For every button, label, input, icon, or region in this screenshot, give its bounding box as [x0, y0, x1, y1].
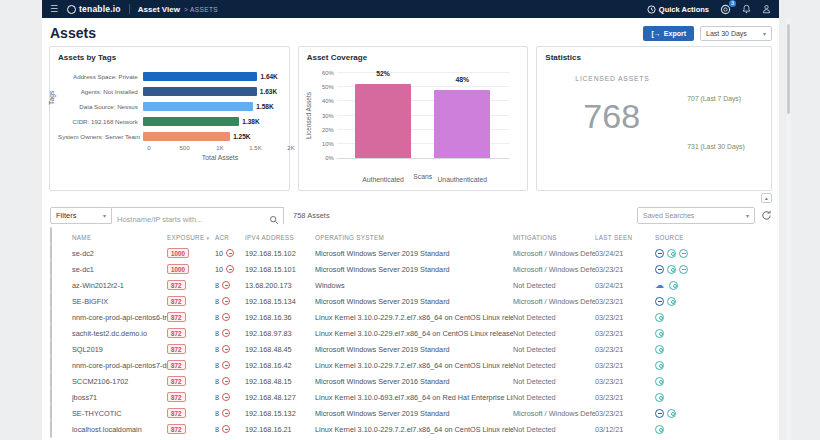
col-name[interactable]: NAME	[72, 234, 167, 241]
breadcrumb-section[interactable]: Asset View	[138, 5, 180, 14]
col-acr[interactable]: ACR	[215, 234, 245, 241]
acr-driver-icon[interactable]	[222, 281, 230, 289]
scan-source-icon[interactable]	[667, 249, 676, 258]
table-row[interactable]: sachit-test2.dc.demo.io8728192.168.97.83…	[42, 324, 779, 340]
operating-system: Microsoft Windows Server 2019 Standard	[315, 265, 513, 274]
card-title: Assets by Tags	[50, 47, 289, 62]
last-seen: 03/23/21	[595, 297, 655, 306]
asset-name[interactable]: SE-BIGFIX	[72, 297, 167, 306]
acr-driver-icon[interactable]	[222, 361, 230, 369]
asset-name[interactable]: nnm-core-prod-api-centos7-dp...	[72, 361, 167, 370]
scan-source-icon[interactable]	[655, 345, 664, 354]
acr-driver-icon[interactable]	[222, 393, 230, 401]
bar[interactable]	[143, 87, 257, 96]
scan-source-icon[interactable]	[655, 393, 664, 402]
bar-value-label: 1.63K	[257, 87, 277, 96]
tenable-logo[interactable]: tenable.io	[67, 4, 121, 14]
scan-source-icon[interactable]	[669, 281, 678, 290]
agent-source-icon[interactable]	[655, 297, 664, 306]
asset-name[interactable]: az-Win2012r2-1	[72, 281, 167, 290]
acr-driver-icon[interactable]	[226, 265, 234, 273]
acr-driver-icon[interactable]	[226, 249, 234, 257]
asset-name[interactable]: sachit-test2.dc.demo.io	[72, 329, 167, 338]
mitigations: Microsoft / Windows Defe...	[513, 297, 595, 306]
acr-driver-icon[interactable]	[222, 425, 230, 433]
table-row[interactable]: SCCM2106-17028728192.168.48.15Microsoft …	[42, 372, 779, 388]
asset-name[interactable]: se-dc1	[72, 265, 167, 274]
acr-driver-icon[interactable]	[222, 377, 230, 385]
asset-name[interactable]: jboss71	[72, 393, 167, 402]
cloud-source-icon[interactable]: ☁	[655, 281, 666, 290]
agent-source-icon[interactable]	[655, 265, 664, 274]
bar[interactable]	[143, 72, 258, 81]
col-exposure[interactable]: EXPOSURE ▾	[167, 234, 215, 241]
col-source[interactable]: SOURCE	[655, 234, 745, 241]
quick-actions-button[interactable]: Quick Actions	[647, 5, 709, 14]
col-os[interactable]: OPERATING SYSTEM	[315, 234, 513, 241]
filters-dropdown[interactable]: Filters ▾	[50, 207, 112, 224]
table-row[interactable]: localhost.localdomain8728192.168.16.21Li…	[42, 420, 779, 436]
table-row[interactable]: nnm-core-prod-api-centos7-dp...8728192.1…	[42, 356, 779, 372]
scan-source-icon[interactable]	[667, 297, 676, 306]
row-checkbox[interactable]	[50, 419, 52, 438]
search-icon[interactable]	[269, 211, 279, 229]
exposure-badge: 872	[167, 376, 186, 386]
ipv4-address: 13.68.200.173	[245, 281, 315, 290]
acr-driver-icon[interactable]	[222, 345, 230, 353]
table-row[interactable]: se-dc1100010192.168.15.101Microsoft Wind…	[42, 260, 779, 276]
agent-source-icon[interactable]	[655, 409, 664, 418]
table-body: se-dc2100010192.168.15.102Microsoft Wind…	[42, 244, 779, 436]
scan-source-icon[interactable]	[655, 329, 664, 338]
acr-driver-icon[interactable]	[222, 329, 230, 337]
asset-name[interactable]: SQL2019	[72, 345, 167, 354]
user-menu-button[interactable]	[762, 4, 771, 14]
col-ipv4[interactable]: IPV4 ADDRESS	[245, 234, 315, 241]
bar[interactable]	[143, 102, 254, 111]
ipv4-address: 192.168.97.83	[245, 329, 315, 338]
operating-system: Linux Kernel 3.10.0-229.7.2.el7.x86_64 o…	[315, 313, 513, 322]
saved-searches-dropdown[interactable]: Saved Searches ▾	[637, 207, 755, 224]
table-row[interactable]: az-Win2012r2-1872813.68.200.173WindowsNo…	[42, 276, 779, 292]
col-mitigations[interactable]: MITIGATIONS	[513, 234, 595, 241]
agent-source-icon[interactable]	[655, 249, 664, 258]
asset-name[interactable]: SCCM2106-1702	[72, 377, 167, 386]
bar[interactable]	[355, 84, 411, 158]
bar-value-label: 52%	[376, 70, 390, 77]
acr-driver-icon[interactable]	[222, 409, 230, 417]
acr-driver-icon[interactable]	[222, 297, 230, 305]
scan-source-icon[interactable]	[655, 313, 664, 322]
scrollbar-thumb[interactable]	[787, 24, 790, 114]
scan-source-icon[interactable]	[667, 265, 676, 274]
collapse-widgets-button[interactable]: ▴	[761, 193, 772, 203]
date-range-select[interactable]: Last 30 Days ▾	[700, 26, 772, 41]
table-row[interactable]: SE-BIGFIX8728192.168.15.134Microsoft Win…	[42, 292, 779, 308]
search-input[interactable]	[112, 212, 283, 227]
asset-name[interactable]: nnm-core-prod-api-centos6-tra...	[72, 313, 167, 322]
notifications-button[interactable]	[742, 4, 751, 14]
bar[interactable]	[143, 117, 240, 126]
manage-searches-icon[interactable]	[761, 210, 772, 221]
nnm-source-icon[interactable]	[679, 265, 688, 274]
export-button[interactable]: [→ Export	[643, 26, 694, 41]
table-row[interactable]: SQL20198728192.168.48.45Microsoft Window…	[42, 340, 779, 356]
scan-source-icon[interactable]	[655, 425, 664, 434]
bar[interactable]	[143, 132, 230, 141]
table-row[interactable]: se-dc2100010192.168.15.102Microsoft Wind…	[42, 244, 779, 260]
acr-driver-icon[interactable]	[222, 313, 230, 321]
table-row[interactable]: SE-THYCOTIC8728192.168.15.132Microsoft W…	[42, 404, 779, 420]
hamburger-menu-icon[interactable]: ☰	[50, 4, 58, 14]
col-last-seen[interactable]: LAST SEEN	[595, 234, 655, 241]
page-scrollbar[interactable]	[786, 18, 791, 440]
table-row[interactable]: jboss718728192.168.48.127Linux Kernel 3.…	[42, 388, 779, 404]
scan-source-icon[interactable]	[655, 361, 664, 370]
bar[interactable]	[434, 90, 490, 158]
asset-name[interactable]: localhost.localdomain	[72, 425, 167, 434]
help-button[interactable]: 3	[720, 4, 731, 15]
scan-source-icon[interactable]	[667, 409, 676, 418]
last-seen: 03/23/21	[595, 313, 655, 322]
nnm-source-icon[interactable]	[679, 249, 688, 258]
scan-source-icon[interactable]	[655, 377, 664, 386]
table-row[interactable]: nnm-core-prod-api-centos6-tra...8728192.…	[42, 308, 779, 324]
asset-name[interactable]: SE-THYCOTIC	[72, 409, 167, 418]
asset-name[interactable]: se-dc2	[72, 249, 167, 258]
